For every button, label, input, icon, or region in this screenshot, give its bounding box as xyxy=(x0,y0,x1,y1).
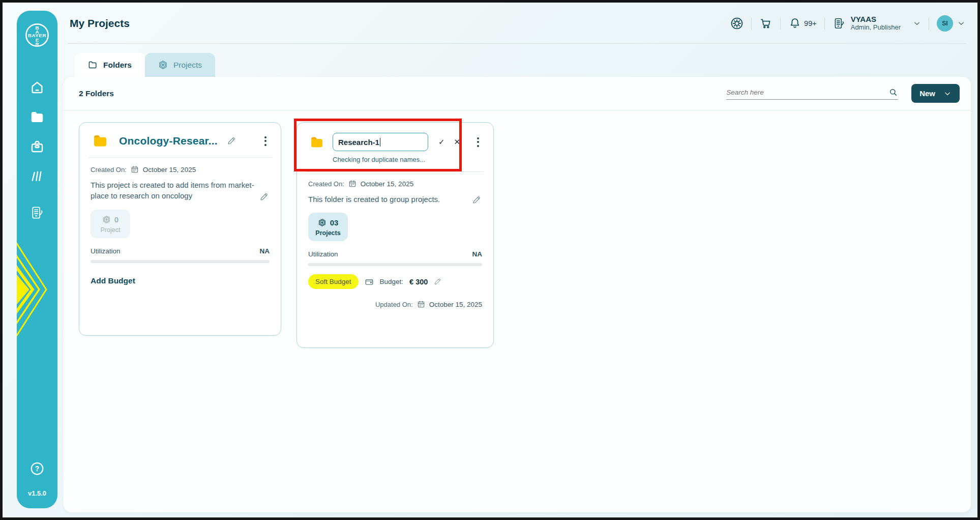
settings-gear-icon[interactable] xyxy=(730,17,744,30)
hexagon-projects-icon xyxy=(102,215,111,224)
avatar: SI xyxy=(937,15,953,32)
org-role: Admin, Publisher xyxy=(851,24,901,32)
notifications-button[interactable]: 99+ xyxy=(788,17,817,30)
utilization-value: NA xyxy=(260,247,270,255)
edit-name-icon[interactable] xyxy=(227,136,236,146)
duplicate-check-status: Checking for duplicate names... xyxy=(333,156,482,163)
updated-on-label: Updated On: xyxy=(375,301,413,308)
search-box xyxy=(726,88,898,100)
hexagon-projects-icon xyxy=(158,60,168,70)
chevron-decoration xyxy=(17,228,55,351)
folder-name-value: Research-1 xyxy=(338,138,379,147)
tab-projects[interactable]: Projects xyxy=(145,53,215,77)
cart-icon[interactable] xyxy=(759,17,773,30)
tab-label: Projects xyxy=(173,61,202,70)
utilization-value: NA xyxy=(472,250,483,258)
header-separator xyxy=(780,17,781,30)
kebab-menu[interactable] xyxy=(474,135,482,149)
project-count-badge: 0 Project xyxy=(91,210,130,238)
chevron-down-icon xyxy=(943,90,952,98)
org-switcher[interactable]: VYAAS Admin, Publisher xyxy=(833,15,921,31)
sidebar: BAYER B A E R v1.5.0 xyxy=(17,11,57,508)
created-on-value: October 15, 2025 xyxy=(361,180,413,188)
organization-icon xyxy=(833,17,846,30)
folder-card-research: Research-1 ✓ ✕ Checking for duplicate na… xyxy=(296,122,494,348)
folder-count: 2 Folders xyxy=(79,89,114,98)
panel-toolbar: 2 Folders New xyxy=(64,77,971,110)
budget-label: Budget: xyxy=(380,278,404,285)
text-caret xyxy=(380,138,381,147)
edit-description-icon[interactable] xyxy=(259,192,269,201)
new-button-label: New xyxy=(919,89,935,98)
tab-folders[interactable]: Folders xyxy=(75,53,145,77)
header-separator xyxy=(824,17,825,30)
kebab-menu[interactable] xyxy=(261,134,270,148)
utilization-bar xyxy=(308,263,482,266)
folder-icon xyxy=(308,135,325,150)
folder-card-oncology: Oncology-Resear... Created On: October 1… xyxy=(79,122,281,336)
card-divider xyxy=(88,157,272,158)
chevron-down-icon xyxy=(957,19,965,27)
project-count: 03 xyxy=(330,218,339,227)
project-count-label: Project xyxy=(94,226,127,234)
soft-budget-badge: Soft Budget xyxy=(308,274,359,289)
folders-icon[interactable] xyxy=(29,109,45,125)
page-title: My Projects xyxy=(70,17,130,30)
new-button[interactable]: New xyxy=(911,84,960,103)
header-divider xyxy=(68,43,966,44)
created-on-value: October 15, 2025 xyxy=(143,166,196,174)
confirm-rename-button[interactable]: ✓ xyxy=(437,136,446,148)
top-header: My Projects 99+ VYAAS Admin, Publisher xyxy=(68,3,970,44)
folder-icon xyxy=(88,60,98,70)
chart-icon[interactable] xyxy=(29,168,45,184)
svg-text:R: R xyxy=(35,41,39,47)
folder-description: This folder is created to group projects… xyxy=(308,194,467,205)
project-count-label: Projects xyxy=(311,229,345,237)
folder-title: Oncology-Resear... xyxy=(119,135,218,147)
chevron-down-icon xyxy=(913,19,921,27)
tab-label: Folders xyxy=(103,61,132,70)
search-icon[interactable] xyxy=(888,88,898,97)
calendar-icon xyxy=(417,300,425,308)
user-menu[interactable]: SI xyxy=(937,15,965,32)
view-tabs: Folders Projects xyxy=(75,53,215,77)
bayer-logo: BAYER B A E R xyxy=(24,22,50,48)
sidebar-nav xyxy=(29,80,45,220)
bag-icon[interactable] xyxy=(29,139,45,154)
utilization-label: Utilization xyxy=(308,250,338,258)
project-count: 0 xyxy=(114,215,118,224)
bell-icon xyxy=(788,17,801,30)
folder-description: This project is created to add items fro… xyxy=(91,180,254,201)
wallet-icon xyxy=(365,277,374,286)
add-budget-link[interactable]: Add Budget xyxy=(91,276,135,285)
calendar-icon xyxy=(131,165,139,174)
utilization-bar xyxy=(91,260,270,263)
calendar-icon xyxy=(348,180,357,188)
header-separator xyxy=(751,17,752,30)
svg-text:A: A xyxy=(35,29,39,35)
app-screen: BAYER B A E R v1.5.0 xyxy=(0,0,980,520)
org-name: VYAAS xyxy=(851,15,901,23)
card-divider xyxy=(306,171,484,172)
app-version: v1.5.0 xyxy=(28,489,46,497)
created-on-label: Created On: xyxy=(91,166,127,174)
search-input[interactable] xyxy=(726,89,888,96)
edit-budget-icon[interactable] xyxy=(434,278,441,285)
created-on-label: Created On: xyxy=(308,180,344,188)
project-count-badge: 03 Projects xyxy=(308,213,348,241)
notification-count: 99+ xyxy=(804,19,817,27)
updated-on-value: October 15, 2025 xyxy=(429,301,482,308)
folder-name-input[interactable]: Research-1 xyxy=(333,133,428,151)
home-icon[interactable] xyxy=(29,80,45,95)
edit-description-icon[interactable] xyxy=(472,195,481,205)
header-separator xyxy=(929,17,929,30)
organization-icon[interactable] xyxy=(29,205,45,220)
hexagon-projects-icon xyxy=(318,218,326,227)
utilization-label: Utilization xyxy=(91,247,121,255)
cancel-rename-button[interactable]: ✕ xyxy=(453,136,462,148)
folders-panel: 2 Folders New Oncology-Resear... xyxy=(64,77,971,512)
folder-icon xyxy=(91,133,110,149)
budget-value: € 300 xyxy=(409,278,428,286)
help-icon[interactable] xyxy=(29,461,45,476)
